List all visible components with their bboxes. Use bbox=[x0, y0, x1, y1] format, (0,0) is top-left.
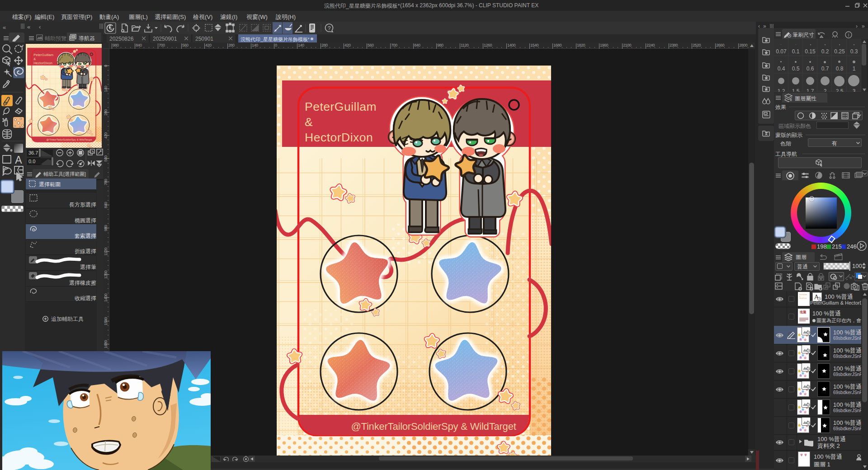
svg-text:?: ? bbox=[328, 25, 331, 32]
svg-text:@TinkerTailorSoldierSpy & Wild: @TinkerTailorSoldierSpy & WildTarget bbox=[47, 138, 92, 141]
svg-text:PeterGuillam: PeterGuillam bbox=[33, 53, 53, 57]
svg-text:&: & bbox=[305, 115, 313, 129]
svg-text:HectorDixon: HectorDixon bbox=[305, 131, 373, 144]
svg-text:HectorDixon: HectorDixon bbox=[33, 61, 52, 65]
svg-text:@TinkerTailorSoldierSpy & Wild: @TinkerTailorSoldierSpy & WildTarget bbox=[351, 421, 516, 432]
svg-text:i: i bbox=[848, 33, 849, 38]
svg-text:PeterGuillam: PeterGuillam bbox=[305, 100, 377, 113]
svg-text:A: A bbox=[15, 154, 22, 166]
svg-text:&: & bbox=[33, 57, 36, 61]
